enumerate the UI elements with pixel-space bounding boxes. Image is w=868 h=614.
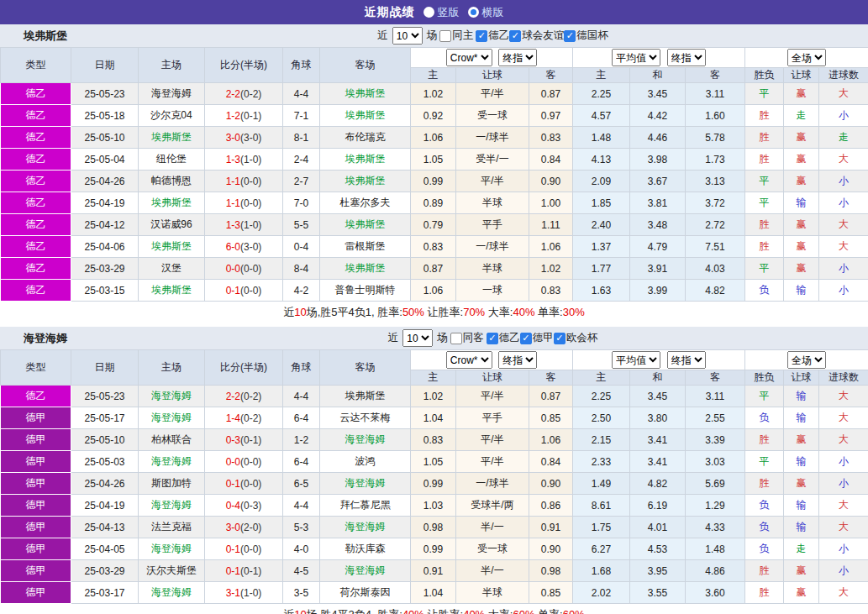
home-team[interactable]: 沙尔克04: [139, 105, 205, 127]
home-team[interactable]: 法兰克福: [139, 517, 205, 538]
away-team[interactable]: 埃弗斯堡: [320, 83, 411, 105]
away-team[interactable]: 埃弗斯堡: [320, 258, 411, 280]
home-team[interactable]: 柏林联合: [139, 429, 205, 451]
league-badge: 德甲: [1, 538, 71, 560]
home-team[interactable]: 纽伦堡: [139, 149, 205, 171]
index-type-select[interactable]: 终指: [498, 49, 537, 66]
away-team[interactable]: 埃弗斯堡: [320, 105, 411, 127]
league-checkbox[interactable]: [564, 30, 576, 42]
league-checkbox[interactable]: [509, 30, 521, 42]
avg-home-odds: 1.48: [573, 127, 630, 149]
scope-select[interactable]: 全场: [787, 351, 826, 369]
league-checkbox[interactable]: [476, 30, 487, 42]
goals-result: 小: [819, 473, 868, 495]
handicap-line: 受一球: [456, 105, 529, 127]
wdl-result: 胜: [745, 236, 784, 258]
layout-option-vertical[interactable]: 竖版: [423, 5, 460, 20]
league-filter[interactable]: 德乙: [476, 29, 509, 43]
home-team[interactable]: 海登海姆: [139, 582, 205, 604]
away-team[interactable]: 埃弗斯堡: [320, 149, 411, 171]
same-venue-label: 同客: [463, 331, 484, 345]
home-team[interactable]: 斯图加特: [139, 473, 205, 495]
radio-horizontal-icon[interactable]: [468, 7, 479, 18]
score-cell: 1-1(0-0): [205, 171, 283, 192]
bookmaker-select[interactable]: Crow*: [446, 49, 492, 66]
team-name: 海登海姆: [24, 331, 67, 346]
match-date: 25-03-29: [71, 560, 139, 582]
home-team[interactable]: 汉堡: [139, 258, 205, 280]
halftime-score: (0-0): [240, 263, 261, 275]
average-select[interactable]: 平均值: [612, 351, 660, 369]
col-score: 比分(半场): [205, 350, 283, 386]
same-venue-filter[interactable]: 同客: [450, 331, 484, 345]
away-team[interactable]: 雷根斯堡: [320, 236, 411, 258]
summary-line: 近10场,胜5平4负1, 胜率:50% 让胜率:70% 大率:40% 单率:30…: [0, 302, 868, 323]
away-team[interactable]: 埃弗斯堡: [320, 214, 411, 236]
league-filter[interactable]: 球会友谊: [509, 29, 564, 43]
home-team[interactable]: 海登海姆: [139, 495, 205, 517]
away-team[interactable]: 布伦瑞克: [320, 127, 411, 149]
away-team[interactable]: 埃弗斯堡: [320, 386, 411, 407]
match-row: 德甲 25-04-05 海登海姆 0-1(0-0) 4-0 勒沃库森 0.99 …: [1, 538, 868, 560]
away-team[interactable]: 荷尔斯泰因: [320, 582, 411, 604]
table-body: 德乙 25-05-23 海登海姆 2-2(0-2) 4-4 埃弗斯堡 1.02 …: [1, 386, 868, 604]
fulltime-score: 0-0: [226, 263, 240, 275]
league-badge: 德乙: [1, 280, 71, 302]
summary-part: 40%: [513, 306, 534, 318]
away-team[interactable]: 杜塞尔多夫: [320, 192, 411, 214]
average-select[interactable]: 平均值: [612, 49, 660, 66]
league-filter[interactable]: 德甲: [520, 331, 554, 345]
goals-result: 小: [819, 171, 868, 192]
league-checkbox[interactable]: [520, 333, 532, 344]
fulltime-score: 0-1: [226, 543, 240, 555]
avg-draw-odds: 3.99: [630, 280, 686, 302]
home-team[interactable]: 海登海姆: [139, 83, 205, 105]
layout-option-horizontal[interactable]: 横版: [468, 5, 504, 20]
scope-select-group: 全场: [745, 48, 868, 68]
away-team[interactable]: 拜仁慕尼黑: [320, 495, 411, 517]
halftime-score: (0-2): [240, 391, 261, 402]
away-team[interactable]: 埃弗斯堡: [320, 171, 411, 192]
radio-vertical-icon[interactable]: [423, 7, 434, 18]
match-row: 德乙 25-05-10 埃弗斯堡 3-0(3-0) 8-1 布伦瑞克 1.06 …: [1, 127, 868, 149]
away-team[interactable]: 海登海姆: [320, 473, 411, 495]
away-team[interactable]: 海登海姆: [320, 429, 411, 451]
away-team[interactable]: 勒沃库森: [320, 538, 411, 560]
league-filter[interactable]: 德国杯: [564, 29, 608, 43]
home-team[interactable]: 埃弗斯堡: [139, 236, 205, 258]
league-filter[interactable]: 欧会杯: [554, 331, 598, 345]
home-team[interactable]: 海登海姆: [139, 538, 205, 560]
same-venue-checkbox[interactable]: [439, 30, 451, 42]
scope-select[interactable]: 全场: [787, 49, 826, 66]
home-team[interactable]: 埃弗斯堡: [139, 127, 205, 149]
home-team[interactable]: 海登海姆: [139, 407, 205, 429]
home-team[interactable]: 埃弗斯堡: [139, 280, 205, 302]
home-team[interactable]: 埃弗斯堡: [139, 192, 205, 214]
bookmaker-select[interactable]: Crow*: [446, 351, 492, 369]
away-team[interactable]: 海登海姆: [320, 560, 411, 582]
same-venue-checkbox[interactable]: [450, 333, 462, 344]
league-checkbox[interactable]: [487, 333, 498, 344]
wdl-result: 平: [745, 83, 784, 105]
index-type-select-2[interactable]: 终指: [667, 49, 706, 66]
league-checkbox[interactable]: [554, 333, 566, 344]
away-team[interactable]: 普鲁士明斯特: [320, 280, 411, 302]
home-team[interactable]: 沃尔夫斯堡: [139, 560, 205, 582]
same-venue-filter[interactable]: 同主: [439, 29, 473, 43]
index-type-select[interactable]: 终指: [498, 351, 537, 369]
odds-away: 0.83: [529, 127, 573, 149]
recent-count-select[interactable]: 10: [402, 329, 433, 347]
recent-count-select[interactable]: 10: [392, 27, 423, 45]
filters: 近 10 场 同主 德乙球会友谊德国杯: [377, 27, 608, 45]
home-team[interactable]: 汉诺威96: [139, 214, 205, 236]
home-team[interactable]: 海登海姆: [139, 386, 205, 407]
home-team[interactable]: 海登海姆: [139, 451, 205, 473]
match-date: 25-05-04: [71, 149, 139, 171]
away-team[interactable]: 云达不莱梅: [320, 407, 411, 429]
away-team[interactable]: 海登海姆: [320, 517, 411, 538]
away-team[interactable]: 波鸿: [320, 451, 411, 473]
home-team[interactable]: 帕德博恩: [139, 171, 205, 192]
league-filter[interactable]: 德乙: [487, 331, 520, 345]
avg-draw-odds: 4.79: [630, 236, 686, 258]
index-type-select-2[interactable]: 终指: [667, 351, 706, 369]
